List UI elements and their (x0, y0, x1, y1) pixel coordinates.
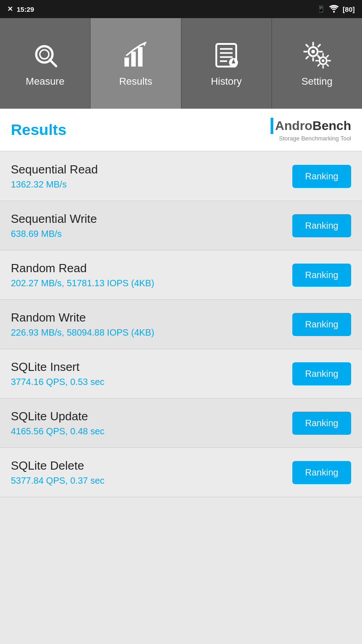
result-value: 5377.84 QPS, 0.37 sec (11, 476, 292, 486)
ranking-button[interactable]: Ranking (292, 412, 351, 435)
status-time: 15:29 (17, 5, 34, 13)
logo: AndroBench (271, 118, 351, 134)
ranking-button[interactable]: Ranking (292, 214, 351, 237)
result-name: Random Read (11, 261, 292, 275)
result-info: Random Write 226.93 MB/s, 58094.88 IOPS … (11, 311, 292, 338)
status-icon: ✕ (7, 5, 13, 13)
history-icon (210, 39, 242, 71)
nav-item-setting[interactable]: Setting (272, 18, 362, 109)
setting-icon (301, 39, 333, 71)
result-info: Sequential Write 638.69 MB/s (11, 212, 292, 239)
result-info: Sequential Read 1362.32 MB/s (11, 163, 292, 190)
svg-rect-5 (138, 47, 143, 67)
svg-point-1 (40, 50, 49, 59)
ranking-button[interactable]: Ranking (292, 362, 351, 385)
result-name: SQLite Insert (11, 360, 292, 374)
result-name: Sequential Read (11, 163, 292, 177)
result-info: SQLite Delete 5377.84 QPS, 0.37 sec (11, 459, 292, 486)
nav-item-measure[interactable]: Measure (0, 18, 90, 109)
page-header: Results AndroBench Storage Benchmarking … (0, 109, 362, 152)
result-row: Sequential Read 1362.32 MB/s Ranking (0, 152, 362, 201)
svg-rect-3 (124, 58, 129, 67)
logo-area: AndroBench Storage Benchmarking Tool (271, 118, 351, 142)
nav-item-history[interactable]: History (181, 18, 272, 109)
result-name: Random Write (11, 311, 292, 325)
result-row: SQLite Update 4165.56 QPS, 0.48 sec Rank… (0, 399, 362, 448)
logo-bench: Bench (312, 119, 351, 133)
svg-line-2 (50, 60, 56, 66)
ranking-button[interactable]: Ranking (292, 461, 351, 484)
wifi-icon (329, 5, 339, 14)
result-name: SQLite Delete (11, 459, 292, 473)
nav-bar: Measure Results Histor (0, 18, 362, 109)
logo-bar-accent (271, 118, 273, 134)
result-value: 4165.56 QPS, 0.48 sec (11, 426, 292, 437)
nav-label-measure: Measure (26, 76, 65, 87)
result-value: 226.93 MB/s, 58094.88 IOPS (4KB) (11, 327, 292, 338)
result-name: Sequential Write (11, 212, 292, 226)
result-info: Random Read 202.27 MB/s, 51781.13 IOPS (… (11, 261, 292, 288)
ranking-button[interactable]: Ranking (292, 313, 351, 336)
phone-icon: 📱 (317, 5, 325, 13)
nav-label-history: History (211, 76, 242, 87)
battery-indicator: [80] (343, 5, 355, 13)
nav-label-results: Results (119, 76, 152, 87)
ranking-button[interactable]: Ranking (292, 165, 351, 188)
ranking-button[interactable]: Ranking (292, 264, 351, 287)
result-info: SQLite Update 4165.56 QPS, 0.48 sec (11, 409, 292, 437)
page-title: Results (11, 121, 67, 139)
logo-andro: Andro (275, 119, 312, 133)
result-name: SQLite Update (11, 409, 292, 423)
result-info: SQLite Insert 3774.16 QPS, 0.53 sec (11, 360, 292, 387)
measure-icon (29, 39, 61, 71)
nav-item-results[interactable]: Results (90, 18, 181, 109)
result-value: 3774.16 QPS, 0.53 sec (11, 377, 292, 387)
status-left: ✕ 15:29 (7, 5, 34, 13)
result-value: 202.27 MB/s, 51781.13 IOPS (4KB) (11, 278, 292, 288)
result-row: SQLite Insert 3774.16 QPS, 0.53 sec Rank… (0, 349, 362, 399)
svg-point-15 (311, 50, 315, 53)
result-value: 1362.32 MB/s (11, 179, 292, 190)
result-row: SQLite Delete 5377.84 QPS, 0.37 sec Rank… (0, 448, 362, 497)
status-bar: ✕ 15:29 📱 [80] (0, 0, 362, 18)
results-list: Sequential Read 1362.32 MB/s Ranking Seq… (0, 152, 362, 497)
nav-label-setting: Setting (301, 76, 333, 87)
result-value: 638.69 MB/s (11, 229, 292, 239)
result-row: Random Read 202.27 MB/s, 51781.13 IOPS (… (0, 250, 362, 300)
svg-point-17 (322, 59, 324, 62)
logo-subtitle: Storage Benchmarking Tool (279, 135, 351, 142)
svg-rect-4 (131, 52, 136, 67)
status-right: 📱 [80] (317, 5, 355, 14)
result-row: Sequential Write 638.69 MB/s Ranking (0, 201, 362, 250)
results-icon (120, 39, 152, 71)
result-row: Random Write 226.93 MB/s, 58094.88 IOPS … (0, 300, 362, 349)
